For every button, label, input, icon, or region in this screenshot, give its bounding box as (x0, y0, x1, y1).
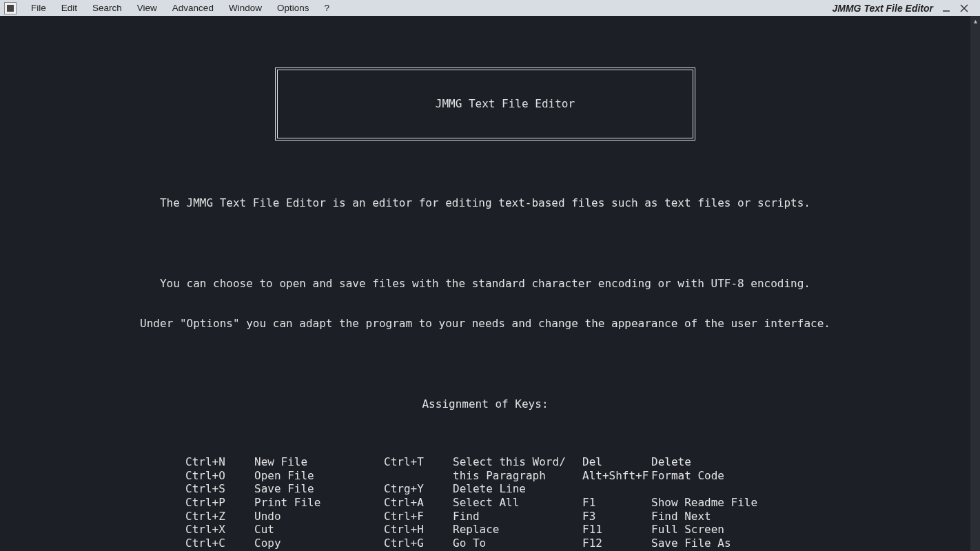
menu-help[interactable]: ? (316, 0, 337, 16)
key-col3-descs: Delete Format Code Show Readme File Find… (651, 455, 757, 551)
key-col3-keys: Del Alt+Shft+F F1 F3 F11 F12 (582, 455, 651, 551)
document-title-box: JMMG Text File Editor (275, 67, 695, 141)
menu-window[interactable]: Window (221, 0, 269, 16)
key-column-3: Del Alt+Shft+F F1 F3 F11 F12 Delete Form… (582, 455, 782, 551)
keys-heading: Assignment of Keys: (0, 397, 970, 411)
intro-line-3: Under "Options" you can adapt the progra… (0, 317, 970, 331)
key-column-2: Ctrl+T Ctrg+Y Ctrl+A Ctrl+F Ctrl+H Ctrl+… (384, 455, 582, 551)
editor-area: JMMG Text File Editor The JMMG Text File… (0, 16, 980, 551)
minimize-icon (942, 4, 950, 12)
menu-edit[interactable]: Edit (54, 0, 85, 16)
key-col1-keys: Ctrl+N Ctrl+O Ctrl+S Ctrl+P Ctrl+Z Ctrl+… (185, 455, 254, 551)
blank-line (0, 236, 970, 250)
intro-line-2: You can choose to open and save files wi… (0, 277, 970, 291)
scroll-up-arrow[interactable]: ▴ (970, 16, 980, 25)
window-controls (939, 1, 976, 16)
minimize-button[interactable] (939, 1, 954, 16)
menu-file[interactable]: File (23, 0, 54, 16)
key-assignments: Ctrl+N Ctrl+O Ctrl+S Ctrl+P Ctrl+Z Ctrl+… (185, 451, 785, 551)
blank-line (0, 357, 970, 371)
vertical-scrollbar[interactable]: ▴ ▾ (970, 16, 980, 551)
menu-bar: File Edit Search View Advanced Window Op… (0, 0, 980, 16)
key-col2-descs: Select this Word/ this Paragraph Delete … (453, 455, 566, 551)
close-icon (960, 4, 968, 12)
text-editor[interactable]: JMMG Text File Editor The JMMG Text File… (0, 16, 970, 551)
app-title: JMMG Text File Editor (833, 3, 939, 14)
key-col2-keys: Ctrl+T Ctrg+Y Ctrl+A Ctrl+F Ctrl+H Ctrl+… (384, 455, 453, 551)
close-button[interactable] (957, 1, 972, 16)
key-column-1: Ctrl+N Ctrl+O Ctrl+S Ctrl+P Ctrl+Z Ctrl+… (185, 455, 384, 551)
menu-view[interactable]: View (130, 0, 165, 16)
menu-options[interactable]: Options (269, 0, 317, 16)
app-icon (4, 2, 17, 14)
document-title: JMMG Text File Editor (436, 97, 575, 110)
menu-search[interactable]: Search (85, 0, 130, 16)
menu-advanced[interactable]: Advanced (165, 0, 221, 16)
key-col1-descs: New File Open File Save File Print File … (254, 455, 320, 551)
intro-line-1: The JMMG Text File Editor is an editor f… (0, 196, 970, 210)
